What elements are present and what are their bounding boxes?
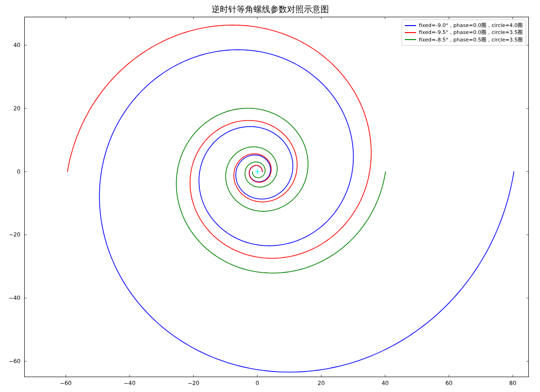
legend-swatch [405, 39, 416, 40]
spiral-series-2 [176, 108, 385, 273]
axes: −60−40−20020406080−60−40−2002040fixed=-9… [24, 17, 529, 377]
y-tick-label: −20 [9, 231, 21, 238]
x-tick-label: 20 [318, 380, 325, 386]
center-marker-plus-icon [255, 169, 260, 174]
legend-label: fixed=-9.0°，phase=0.0圈，circle=4.0圈 [419, 22, 523, 29]
y-tick-label: 20 [14, 105, 21, 112]
legend-item: fixed=-9.5°，phase=0.0圈，circle=3.5圈 [405, 29, 523, 36]
spiral-series-0 [99, 50, 514, 372]
x-tick-label: 60 [445, 380, 452, 386]
x-tick-label: −20 [188, 380, 199, 386]
plot-area [24, 17, 529, 377]
figure: 逆时针等角螺线参数对照示意图 −60−40−20020406080−60−40−… [0, 0, 540, 392]
y-tick-label: −60 [9, 358, 21, 365]
y-tick-label: 40 [14, 42, 21, 48]
legend-label: fixed=-8.5°，phase=0.5圈，circle=3.5圈 [419, 36, 523, 43]
chart-title: 逆时针等角螺线参数对照示意图 [0, 4, 540, 15]
x-tick-label: −60 [60, 380, 71, 386]
x-tick-label: 40 [382, 380, 389, 386]
legend-swatch [405, 25, 416, 26]
y-tick-label: 0 [17, 169, 21, 175]
x-tick-label: 0 [256, 380, 260, 386]
legend-item: fixed=-8.5°，phase=0.5圈，circle=3.5圈 [405, 36, 523, 43]
legend: fixed=-9.0°，phase=0.0圈，circle=4.0圈fixed=… [402, 20, 526, 46]
x-tick-label: −40 [124, 380, 136, 386]
axes-frame [25, 17, 529, 377]
x-tick-label: 80 [509, 380, 516, 386]
legend-item: fixed=-9.0°，phase=0.0圈，circle=4.0圈 [405, 22, 523, 29]
legend-swatch [405, 32, 416, 33]
spiral-series-1 [68, 25, 371, 258]
legend-label: fixed=-9.5°，phase=0.0圈，circle=3.5圈 [419, 29, 523, 36]
y-tick-label: −40 [9, 295, 21, 301]
